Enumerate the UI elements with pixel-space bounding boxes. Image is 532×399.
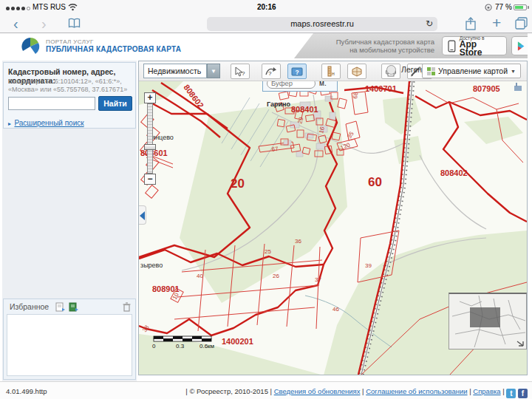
lot-number: 26 <box>273 273 279 279</box>
lot-number: 25 <box>265 248 271 255</box>
overview-minimap[interactable] <box>449 293 527 349</box>
layer-select-caret-icon[interactable]: ▼ <box>207 64 220 78</box>
scale-tick: 0.3 <box>176 343 185 349</box>
updates-link[interactable]: Сведения об обновлениях <box>274 387 361 395</box>
lot-number: 67 <box>271 146 279 153</box>
map-manage-label: Управление картой <box>438 66 508 75</box>
status-bar: MTS RUS 20:16 77 % <box>0 0 532 15</box>
site-header: ПОРТАЛ УСЛУГ ПУБЛИЧНАЯ КАДАСТРОВАЯ КАРТА… <box>0 33 532 60</box>
lot-number: 40 <box>197 273 203 279</box>
layer-select[interactable]: Недвижимость ▼ <box>143 64 220 78</box>
tabs-icon[interactable] <box>515 17 528 30</box>
parcel-label: 1400701 <box>365 84 397 93</box>
browser-toolbar: ‹ › maps.rosreestr.ru ↻ + <box>0 15 532 33</box>
svg-text:?: ? <box>295 68 299 75</box>
curve-question-icon: ? <box>265 66 277 77</box>
minimap-extent-rect[interactable] <box>470 307 500 327</box>
bookmarks-icon[interactable] <box>68 18 81 29</box>
search-input[interactable] <box>8 97 95 110</box>
layer-select-value: Недвижимость <box>143 64 207 78</box>
map-viewport[interactable]: 808602 808601 лянцево Гарино 808401 1400… <box>139 81 527 375</box>
sidebar: Кадастровый номер, адрес, координата: На… <box>2 61 137 381</box>
map-panel: Недвижимость ▼ ? ? ? <box>138 61 528 375</box>
battery-icon <box>514 4 527 10</box>
page-footer: 4.01.499.http | © Росреестр, 2010-2015 |… <box>0 381 532 399</box>
find-button[interactable]: Найти <box>98 96 132 111</box>
copyright-text: | © Росреестр, 2010-2015 | <box>185 387 272 395</box>
play-triangle-icon <box>517 41 525 51</box>
lot-number: 37 <box>315 276 321 283</box>
advanced-arrow-icon: ▸ <box>8 120 11 127</box>
favorites-title: Избранное <box>10 302 49 311</box>
zoom-slider-handle[interactable] <box>144 144 156 150</box>
facebook-icon[interactable]: f <box>518 389 528 398</box>
manage-caret-icon: ▼ <box>511 69 516 74</box>
refresh-icon[interactable]: ↻ <box>426 17 433 31</box>
parcel-label: 808402 <box>440 168 468 177</box>
logo-line1: ПОРТАЛ УСЛУГ <box>46 38 181 45</box>
favorites-list[interactable] <box>7 314 132 376</box>
identify-area-tool-button[interactable]: ? <box>287 64 307 79</box>
trash-icon[interactable] <box>123 302 131 312</box>
minimap-expand-icon[interactable] <box>517 341 523 346</box>
lot-number: 39 <box>365 262 372 269</box>
favorites-panel: Избранное <box>3 299 136 380</box>
identify-tool-button[interactable]: ? <box>231 64 250 79</box>
export-csv-icon[interactable] <box>55 302 66 312</box>
parcel-label: 808401 <box>291 105 318 114</box>
forward-button[interactable]: › <box>41 16 47 32</box>
measure-distance-button[interactable]: н <box>321 64 341 79</box>
twitter-icon[interactable]: t <box>506 389 516 398</box>
sidebar-collapse-handle[interactable] <box>139 205 146 225</box>
back-button[interactable]: ‹ <box>13 16 18 32</box>
lot-number: 46 <box>332 306 339 313</box>
legend-radio-icon[interactable] <box>386 65 396 75</box>
measure-area-button[interactable] <box>347 64 366 79</box>
advanced-search-link[interactable]: ▸ Расширенный поиск <box>8 115 84 129</box>
area-question-icon: ? <box>291 66 304 77</box>
mobile-promo-banner: Публичная кадастровая карта на мобильном… <box>294 33 528 58</box>
zoom-slider-track[interactable] <box>147 103 153 174</box>
buffer-units-label: м. <box>319 81 327 87</box>
search-panel: Кадастровый номер, адрес, координата: На… <box>3 62 136 129</box>
search-hint1: Например «61:6:10104:12», «61:6:*», <box>8 78 122 85</box>
new-tab-button[interactable]: + <box>492 15 501 31</box>
address-bar[interactable]: maps.rosreestr.ru ↻ <box>207 17 437 31</box>
lot-number: 36 <box>295 238 301 245</box>
footer-separator: | <box>469 387 471 395</box>
zoom-out-button[interactable]: − <box>144 174 156 185</box>
buffer-popup: м. <box>262 81 338 92</box>
share-icon[interactable] <box>466 17 476 30</box>
zoom-control: + − <box>144 92 156 185</box>
polygon-area-icon <box>351 66 363 77</box>
export-excel-icon[interactable] <box>69 302 79 312</box>
phone-icon <box>448 40 456 52</box>
gplay-name: Google play <box>528 41 532 57</box>
svg-text:н: н <box>332 71 335 76</box>
identify-line-tool-button[interactable]: ? <box>262 64 281 79</box>
map-manage-button[interactable]: Управление картой ▼ <box>422 64 521 78</box>
logo-line2[interactable]: ПУБЛИЧНАЯ КАДАСТРОВАЯ КАРТА <box>46 45 181 53</box>
search-hint2: «Москва» или «55.755768, 37.617671» <box>8 86 127 93</box>
layers-grid-icon <box>427 67 435 75</box>
collapse-arrow-icon <box>140 211 145 220</box>
map-toolbar: Недвижимость ▼ ? ? ? <box>139 61 527 81</box>
quarter-label: 20 <box>231 177 245 191</box>
quarter-label: 60 <box>368 175 382 189</box>
wifi-icon <box>68 3 78 11</box>
googleplay-badge[interactable]: ЗАГРУЗИТЕ НА Google play <box>511 36 532 55</box>
promo-text: Публичная кадастровая карта на мобильном… <box>325 38 434 54</box>
svg-text:?: ? <box>242 70 245 77</box>
buffer-input[interactable] <box>267 81 316 89</box>
help-link[interactable]: Справка <box>473 387 500 395</box>
minimap-content <box>449 294 526 349</box>
terms-link[interactable]: Соглашение об использовании <box>366 387 467 395</box>
scale-tick: 0 <box>152 343 156 349</box>
battery-tip <box>528 6 529 9</box>
cursor-question-icon: ? <box>234 66 246 77</box>
village-label: зырево <box>140 262 163 269</box>
zoom-in-button[interactable]: + <box>144 92 156 103</box>
footer-separator: | <box>362 387 364 395</box>
footer-separator: | <box>502 387 504 395</box>
appstore-badge[interactable]: Доступно в App Store <box>442 36 507 55</box>
